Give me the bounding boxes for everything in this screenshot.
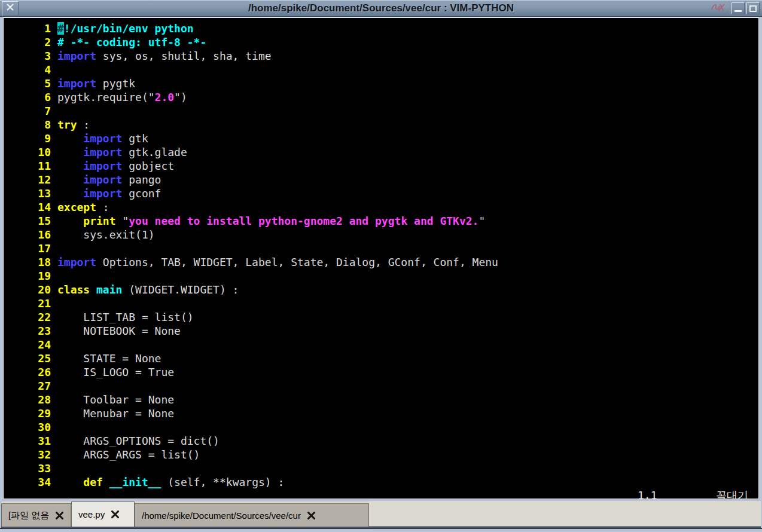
code-line[interactable]: 32 ARGS_ARGS = list() bbox=[4, 448, 758, 461]
code-text: #!/usr/bin/env python bbox=[57, 22, 194, 35]
line-number: 34 bbox=[4, 475, 51, 489]
code-line[interactable]: 29 Menubar = None bbox=[4, 406, 758, 420]
line-number: 27 bbox=[4, 379, 51, 393]
code-line[interactable]: 20class main (WIDGET.WIDGET) : bbox=[4, 283, 758, 296]
code-line[interactable]: 28 Toolbar = None bbox=[4, 393, 758, 406]
tab-vee-py[interactable]: vee.py bbox=[71, 502, 135, 527]
code-line[interactable]: 17 bbox=[4, 241, 758, 255]
window-title: /home/spike/Document/Sources/vee/cur : V… bbox=[0, 2, 762, 14]
line-number: 9 bbox=[4, 132, 51, 145]
code-line[interactable]: 4 bbox=[4, 63, 758, 77]
code-text: import sys, os, shutil, sha, time bbox=[57, 49, 272, 63]
code-line[interactable]: 26 IS_LOGO = True bbox=[4, 365, 758, 379]
code-line[interactable]: 21 bbox=[4, 296, 758, 310]
code-segment bbox=[57, 173, 83, 186]
code-text: import gtk.glade bbox=[57, 145, 187, 159]
code-segment bbox=[57, 146, 83, 158]
line-number: 12 bbox=[4, 173, 51, 186]
line-number: 13 bbox=[4, 186, 51, 200]
code-segment: # -*- coding: utf-8 -*- bbox=[57, 36, 206, 48]
maximize-button[interactable] bbox=[746, 2, 760, 14]
line-number: 19 bbox=[4, 269, 51, 283]
cursor: # bbox=[57, 22, 64, 35]
code-line[interactable]: 13 import gconf bbox=[4, 186, 758, 200]
line-number: 3 bbox=[4, 49, 51, 63]
line-number: 26 bbox=[4, 365, 51, 379]
code-segment bbox=[103, 476, 109, 488]
code-line[interactable]: 19 bbox=[4, 269, 758, 283]
line-number: 30 bbox=[4, 420, 51, 434]
code-segment: import bbox=[57, 77, 96, 90]
code-segment: ARGS_OPTIONS = dict() bbox=[57, 435, 220, 447]
code-line[interactable]: 24 bbox=[4, 338, 758, 351]
text-area[interactable]: 1#!/usr/bin/env python2# -*- coding: utf… bbox=[4, 18, 758, 499]
code-line[interactable]: 25 STATE = None bbox=[4, 351, 758, 365]
tab-path[interactable]: /home/spike/Document/Sources/vee/cur bbox=[135, 503, 369, 527]
close-button[interactable] bbox=[2, 1, 19, 16]
code-segment bbox=[57, 187, 83, 200]
code-text: class main (WIDGET.WIDGET) : bbox=[57, 283, 239, 296]
line-number: 17 bbox=[4, 241, 51, 255]
code-text: # -*- coding: utf-8 -*- bbox=[57, 35, 206, 49]
line-number: 33 bbox=[4, 461, 51, 475]
minimize-button[interactable] bbox=[731, 2, 745, 14]
code-segment: import bbox=[83, 187, 122, 200]
code-line[interactable]: 9 import gtk bbox=[4, 132, 758, 145]
code-segment bbox=[57, 160, 83, 172]
code-segment: : bbox=[96, 201, 109, 213]
code-text: print "you need to install python-gnome2… bbox=[57, 214, 485, 228]
code-line[interactable]: 18import Options, TAB, WIDGET, Label, St… bbox=[4, 255, 758, 269]
line-number: 20 bbox=[4, 283, 51, 296]
code-line[interactable]: 14except : bbox=[4, 200, 758, 214]
line-number: 28 bbox=[4, 393, 51, 406]
code-segment: : bbox=[77, 118, 90, 131]
code-line[interactable]: 22 LIST_TAB = list() bbox=[4, 310, 758, 324]
code-line[interactable]: 8try : bbox=[4, 118, 758, 132]
tab-no-file[interactable]: [파일 없음] bbox=[1, 503, 71, 527]
code-text: import pygtk bbox=[57, 77, 135, 90]
tab-label: /home/spike/Document/Sources/vee/cur bbox=[142, 510, 301, 521]
code-segment bbox=[57, 215, 83, 227]
code-segment: LIST_TAB = list() bbox=[57, 311, 194, 323]
code-segment: import bbox=[57, 256, 96, 268]
title-bar: /home/spike/Document/Sources/vee/cur : V… bbox=[0, 0, 762, 17]
minimize-icon bbox=[734, 10, 742, 12]
code-line[interactable]: 6pygtk.require("2.0") bbox=[4, 90, 758, 104]
code-line[interactable]: 5import pygtk bbox=[4, 77, 758, 90]
code-line[interactable]: 2# -*- coding: utf-8 -*- bbox=[4, 35, 758, 49]
code-segment: print bbox=[83, 215, 115, 227]
code-text: IS_LOGO = True bbox=[57, 365, 174, 379]
line-number: 5 bbox=[4, 77, 51, 90]
code-line[interactable]: 33 bbox=[4, 461, 758, 475]
code-line[interactable]: 16 sys.exit(1) bbox=[4, 228, 758, 241]
code-line[interactable]: 1#!/usr/bin/env python bbox=[4, 22, 758, 35]
code-text: sys.exit(1) bbox=[57, 228, 155, 241]
code-line[interactable]: 27 bbox=[4, 379, 758, 393]
code-segment: import bbox=[83, 146, 122, 158]
code-line[interactable]: 34 def __init__ (self, **kwargs) : bbox=[4, 475, 758, 489]
code-segment: (self, **kwargs) : bbox=[161, 476, 284, 488]
tab-label: vee.py bbox=[78, 509, 105, 519]
tab-bar: [파일 없음] vee.py /home/spike/Document/Sour… bbox=[1, 502, 761, 528]
tab-close-icon[interactable] bbox=[307, 511, 316, 520]
code-line[interactable]: 23 NOTEBOOK = None bbox=[4, 324, 758, 338]
code-line[interactable]: 7 bbox=[4, 104, 758, 118]
code-segment bbox=[57, 132, 83, 145]
code-line[interactable]: 11 import gobject bbox=[4, 159, 758, 173]
window-bottom-frame bbox=[0, 528, 762, 532]
code-line[interactable]: 15 print "you need to install python-gno… bbox=[4, 214, 758, 228]
window-controls bbox=[711, 2, 760, 15]
tab-close-icon[interactable] bbox=[55, 511, 64, 520]
code-text: STATE = None bbox=[57, 351, 161, 365]
code-line[interactable]: 3import sys, os, shutil, sha, time bbox=[4, 49, 758, 63]
line-number: 24 bbox=[4, 338, 51, 351]
code-segment: Menubar = None bbox=[57, 407, 174, 420]
code-line[interactable]: 12 import pango bbox=[4, 173, 758, 186]
tab-close-icon[interactable] bbox=[111, 510, 120, 519]
line-number: 16 bbox=[4, 228, 51, 241]
line-number: 23 bbox=[4, 324, 51, 338]
code-line[interactable]: 10 import gtk.glade bbox=[4, 145, 758, 159]
code-line[interactable]: 31 ARGS_OPTIONS = dict() bbox=[4, 434, 758, 448]
code-line[interactable]: 30 bbox=[4, 420, 758, 434]
line-number: 11 bbox=[4, 159, 51, 173]
